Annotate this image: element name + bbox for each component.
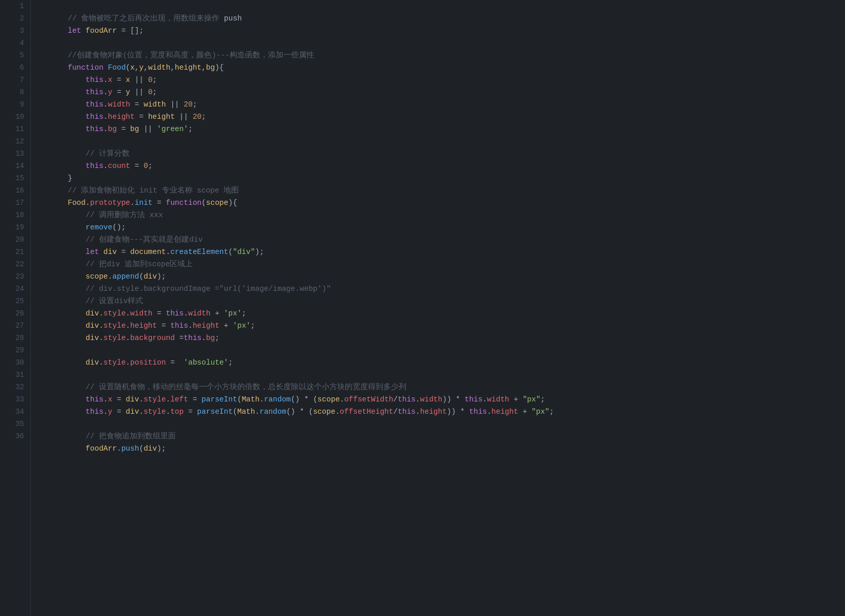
line-numbers: 1 2 3 4 5 6 7 8 9 10 11 12 13 14 15 16 1…	[0, 0, 31, 616]
code-line: this.count = 0;	[41, 147, 845, 160]
code-area[interactable]: // 食物被吃了之后再次出现，用数组来操作 push let foodArr =…	[31, 0, 845, 616]
code-line: }	[41, 160, 845, 172]
code-line	[41, 25, 845, 37]
code-line: this.y = y || 0;	[41, 74, 845, 86]
code-line: // 创建食物---其实就是创建div	[41, 221, 845, 233]
code-line: //创建食物对象(位置，宽度和高度，颜色)---构造函数，添加一些属性	[41, 37, 845, 49]
code-line: // 设置随机食物，移动的丝毫每一个小方块的倍数，总长度除以这个小方块的宽度得到…	[41, 369, 845, 381]
code-line: // 食物被吃了之后再次出现，用数组来操作 push	[41, 0, 845, 12]
code-line: div.style.position = 'absolute';	[41, 344, 845, 356]
code-line: // 添加食物初始化 init 专业名称 scope 地图	[41, 172, 845, 184]
code-line: this.width = width || 20;	[41, 86, 845, 98]
editor-container: 1 2 3 4 5 6 7 8 9 10 11 12 13 14 15 16 1…	[0, 0, 845, 616]
code-line: div.style.width = this.width + 'px';	[41, 295, 845, 307]
code-line: // 把食物追加到数组里面	[41, 418, 845, 430]
code-line: // 计算分数	[41, 135, 845, 147]
